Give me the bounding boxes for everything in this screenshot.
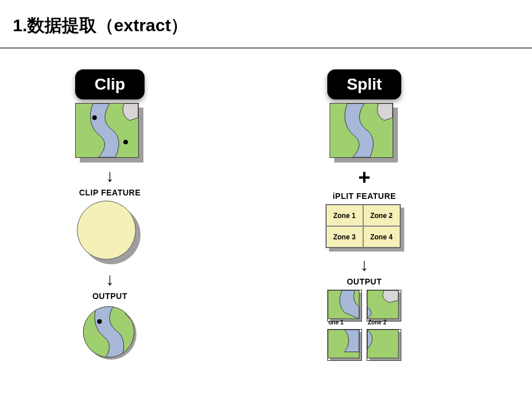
clip-pill: Clip (75, 69, 145, 99)
split-column: Split + iPLIT FEATURE Zone 1 Zone 2 Zone… (306, 69, 422, 364)
clip-output-label: OUTPUT (93, 291, 128, 301)
clip-input-tile (75, 103, 145, 164)
split-output-tile: Zone 2 (367, 290, 401, 324)
zone-cell: Zone 2 (363, 205, 400, 226)
zone-cell: Zone 3 (326, 226, 363, 247)
split-output-tile (367, 329, 401, 364)
clip-column: Clip ↓ CLIP FEATURE ↓ OUTPUT (52, 69, 168, 362)
svg-point-6 (97, 319, 102, 324)
split-tile-label: one 1 (328, 319, 343, 326)
arrow-down-icon: ↓ (360, 256, 369, 274)
svg-point-1 (93, 116, 97, 120)
split-feature-label: iPLIT FEATURE (332, 191, 396, 201)
split-pill: Split (327, 69, 402, 99)
split-output-label: OUTPUT (347, 277, 382, 286)
clip-output-tile (81, 304, 139, 362)
zone-cell: Zone 1 (326, 205, 363, 226)
split-output-grid: one 1 Zone 2 (327, 290, 401, 364)
split-output-tile (327, 329, 362, 364)
split-input-tile (330, 103, 399, 164)
map-icon (75, 103, 139, 158)
clip-feature-circle (77, 201, 143, 267)
clip-output-icon (81, 304, 139, 362)
split-output-tile: one 1 (327, 290, 362, 324)
split-feature-grid: Zone 1 Zone 2 Zone 3 Zone 4 (326, 204, 404, 248)
svg-rect-19 (367, 330, 398, 358)
svg-point-2 (123, 140, 128, 145)
page-title: 1.数据提取（extract） (13, 14, 188, 38)
split-tile-label: Zone 2 (368, 319, 386, 326)
zone-cell: Zone 4 (363, 226, 400, 247)
clip-feature-label: CLIP FEATURE (79, 188, 141, 197)
arrow-down-icon: ↓ (106, 167, 114, 184)
arrow-down-icon: ↓ (106, 271, 114, 288)
map-icon (330, 103, 393, 158)
plus-icon: + (358, 167, 370, 188)
title-underline (0, 47, 532, 49)
